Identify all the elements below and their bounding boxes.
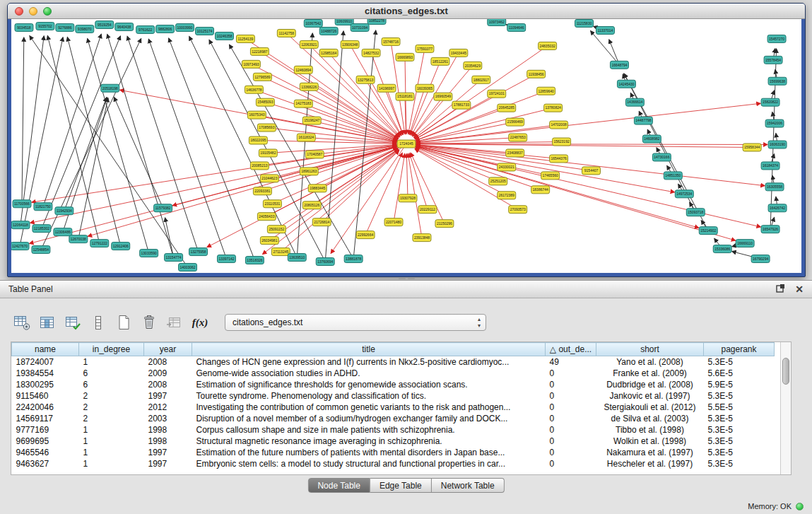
edit-columns-button[interactable] xyxy=(62,313,83,332)
graph-node[interactable]: 14275183 xyxy=(294,100,312,107)
graph-node[interactable]: 20085213 xyxy=(250,162,269,170)
delete-table-button[interactable] xyxy=(139,313,160,332)
graph-node[interactable]: 12460894 xyxy=(294,66,312,74)
graph-node[interactable]: 10731094 xyxy=(351,23,369,31)
graph-node[interactable]: 17040587 xyxy=(305,151,324,158)
graph-node[interactable]: 10246358 xyxy=(215,32,233,40)
graph-node[interactable]: 12791222 xyxy=(90,240,109,247)
close-panel-icon[interactable]: ✕ xyxy=(795,284,804,295)
graph-node[interactable]: 15118181 xyxy=(396,93,414,100)
graph-node[interactable]: 19105482 xyxy=(259,149,277,157)
table-row[interactable]: 911546021997Tourette syndrome. Phenomeno… xyxy=(12,390,775,402)
graph-node[interactable]: 16426742 xyxy=(768,204,787,212)
table-row[interactable]: 2242004622012Investigating the contribut… xyxy=(12,402,775,413)
graph-node[interactable]: 12985164 xyxy=(319,49,338,57)
graph-node[interactable]: 16305558 xyxy=(765,183,784,191)
graph-node[interactable]: 20518198 xyxy=(101,84,119,92)
graph-node[interactable]: 23913848 xyxy=(413,234,431,242)
graph-node[interactable]: 14366614 xyxy=(625,98,644,106)
graph-node[interactable]: 16648794 xyxy=(610,61,628,69)
graph-node[interactable]: 9276886 xyxy=(56,23,74,31)
graph-node[interactable]: 14972534 xyxy=(675,190,693,198)
graph-node[interactable]: 10125174 xyxy=(196,27,214,35)
add-column-button[interactable] xyxy=(88,313,109,332)
graph-node[interactable]: 13780824 xyxy=(544,104,563,112)
graph-node[interactable]: 13518326 xyxy=(245,257,264,264)
table-row[interactable]: 1456911722003Disruption of a novel membe… xyxy=(12,413,775,424)
graph-node[interactable]: 12218987 xyxy=(250,47,269,55)
graph-node[interactable]: 16669893 xyxy=(396,53,414,61)
graph-node[interactable]: 17881733 xyxy=(452,101,471,109)
graph-node[interactable]: 9034518 xyxy=(15,23,33,31)
graph-node[interactable]: 20645285 xyxy=(498,104,516,112)
graph-node[interactable]: 11579382 xyxy=(154,204,172,212)
graph-node[interactable]: 15748716 xyxy=(382,37,400,45)
graph-node[interactable]: 9519254 xyxy=(95,21,114,28)
graph-node[interactable]: 10973493 xyxy=(242,60,260,68)
graph-node[interactable]: 22093381 xyxy=(253,187,271,195)
zoom-window-button[interactable] xyxy=(43,7,52,16)
graph-node[interactable]: 10973462 xyxy=(488,19,506,25)
graph-node[interactable]: 10488726 xyxy=(319,27,338,35)
window-titlebar[interactable]: citations_edges.txt xyxy=(8,4,805,19)
graph-node[interactable]: 13906348 xyxy=(341,40,359,48)
graph-node[interactable]: 16544376 xyxy=(550,155,568,163)
tab-node-table[interactable]: Node Table xyxy=(307,478,370,493)
graph-node[interactable]: 15623192 xyxy=(553,138,571,146)
graph-node[interactable]: 26034981 xyxy=(260,237,278,245)
graph-node[interactable]: 16118324 xyxy=(297,134,315,141)
column-header-in_degree[interactable]: in_degree xyxy=(79,343,144,356)
graph-node[interactable]: 13275813 xyxy=(356,76,375,83)
table-row[interactable]: 946554611997Estimation of the future num… xyxy=(12,447,775,458)
graph-node[interactable]: 9640438 xyxy=(115,23,134,30)
graph-node[interactable]: 1724045 xyxy=(397,140,416,148)
graph-node[interactable]: 23110531 xyxy=(263,200,281,208)
graph-node[interactable]: 11094646 xyxy=(507,23,526,31)
graph-node[interactable]: 15578454 xyxy=(764,56,782,64)
graph-node[interactable]: 21044623 xyxy=(260,175,278,182)
graph-node[interactable]: 20354629 xyxy=(464,62,482,69)
graph-node[interactable]: 16075343 xyxy=(247,111,266,119)
graph-node[interactable]: 13639510 xyxy=(288,254,306,262)
graph-node[interactable]: 12185302 xyxy=(33,225,51,233)
graph-node[interactable]: 14702008 xyxy=(550,121,568,129)
graph-node[interactable]: 19883445 xyxy=(308,185,326,192)
tab-network-table[interactable]: Network Table xyxy=(432,478,505,493)
graph-node[interactable]: 13397142 xyxy=(217,255,235,263)
graph-node[interactable]: 12912406 xyxy=(112,243,130,250)
graph-node[interactable]: 19307928 xyxy=(399,194,417,202)
graph-node[interactable]: 13760694 xyxy=(316,258,334,266)
graph-node[interactable]: 18386744 xyxy=(531,186,550,194)
graph-node[interactable]: 12548854 xyxy=(32,246,50,254)
close-window-button[interactable] xyxy=(15,7,23,16)
graph-node[interactable]: 13881878 xyxy=(344,255,363,263)
graph-node[interactable]: 18961263 xyxy=(300,168,318,175)
scrollbar-thumb[interactable] xyxy=(782,358,789,385)
graph-node[interactable]: 25091152 xyxy=(267,226,286,233)
graph-node[interactable]: 12306486 xyxy=(54,228,72,236)
graph-node[interactable]: 9761622 xyxy=(136,25,155,33)
graph-node[interactable]: 13368226 xyxy=(300,83,318,90)
graph-node[interactable]: 12063921 xyxy=(300,40,318,48)
tab-edge-table[interactable]: Edge Table xyxy=(370,478,432,493)
graph-node[interactable]: 18512261 xyxy=(431,57,449,65)
table-row[interactable]: 946362711997Embryonic stem cells: a mode… xyxy=(12,458,775,469)
graph-node[interactable]: 14196997 xyxy=(377,84,396,92)
minimize-window-button[interactable] xyxy=(29,7,37,16)
attribute-table[interactable]: namein_degreeyeartitle△ out_de...shortpa… xyxy=(11,342,775,469)
graph-node[interactable]: 13154774 xyxy=(165,254,183,262)
graph-node[interactable]: 21150296 xyxy=(435,220,454,228)
graph-node[interactable]: 9154407 xyxy=(582,167,601,175)
graph-node[interactable]: 17085693 xyxy=(257,124,276,132)
graph-node[interactable]: 10367542 xyxy=(304,19,322,27)
graph-node[interactable]: 9398070 xyxy=(76,25,94,33)
graph-node[interactable]: 14730166 xyxy=(652,153,671,161)
graph-node[interactable]: 15336086 xyxy=(713,245,731,253)
graph-node[interactable]: 15196247 xyxy=(302,117,321,124)
new-table-button[interactable] xyxy=(113,313,134,332)
graph-node[interactable]: 20805126 xyxy=(302,201,321,209)
table-row[interactable]: 969969511998Structural magnetic resonanc… xyxy=(12,436,775,447)
graph-node[interactable]: 14487798 xyxy=(634,117,652,124)
graph-node[interactable]: 14851350 xyxy=(664,172,682,180)
graph-node[interactable]: 20229112 xyxy=(418,206,437,214)
